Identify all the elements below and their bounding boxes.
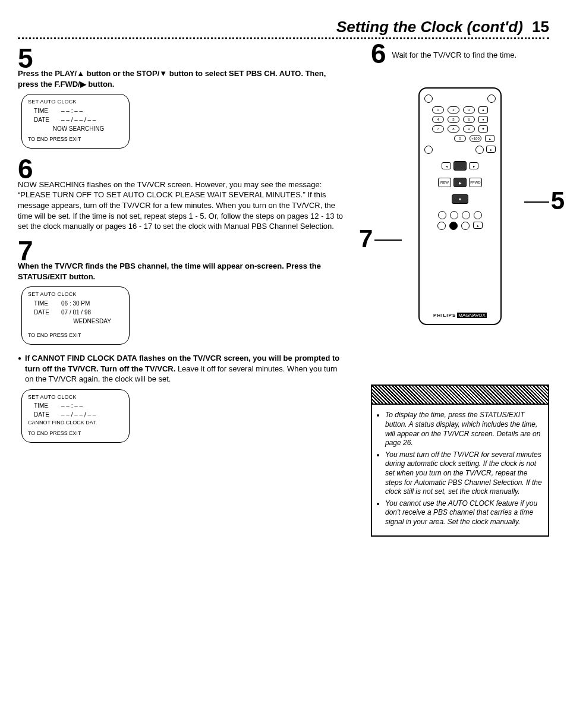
tip-item: To display the time, press the STATUS/EX… bbox=[385, 411, 542, 447]
fn1-icon bbox=[438, 211, 446, 219]
step-5-body: Press the PLAY/▲ button or the STOP/▼ bu… bbox=[18, 68, 347, 89]
osd1-footer: TO END PRESS EXIT bbox=[28, 135, 123, 144]
ch-down-icon: ▼ bbox=[478, 125, 488, 133]
ch-up-icon: ▲ bbox=[478, 106, 488, 114]
callout-7: 7 bbox=[359, 226, 373, 251]
osd-searching: SET AUTO CLOCK TIME– – : – – DATE– – / –… bbox=[21, 94, 130, 149]
osd1-time-label: TIME bbox=[34, 106, 53, 115]
osd1-date-label: DATE bbox=[34, 115, 53, 124]
fn7-icon bbox=[461, 222, 470, 230]
osd1-time-val: – – : – – bbox=[61, 106, 83, 115]
eject-icon bbox=[487, 94, 496, 103]
ffwd-right-icon: ▸ bbox=[469, 162, 478, 169]
num-1-button: 1 bbox=[432, 106, 444, 114]
osd3-status: CANNOT FIND CLOCK DAT. bbox=[28, 419, 123, 427]
rew-button: REW bbox=[438, 178, 451, 187]
osd2-date-val: 07 / 01 / 98 bbox=[61, 308, 91, 317]
speed-icon bbox=[424, 146, 433, 154]
fn2-icon bbox=[450, 211, 458, 219]
osd3-date-label: DATE bbox=[34, 410, 53, 419]
osd2-time-val: 06 : 30 PM bbox=[61, 299, 90, 308]
ch-mid-icon: ● bbox=[478, 116, 488, 123]
callout-5: 5 bbox=[551, 188, 565, 213]
callout-7-line bbox=[374, 239, 402, 241]
plus-100-button: +100 bbox=[470, 135, 481, 142]
step-7-body: When the TV/VCR finds the PBS channel, t… bbox=[18, 261, 347, 282]
cannot-find-para: If CANNOT FIND CLOCK DATA flashes on the… bbox=[18, 353, 347, 385]
page-header: Setting the Clock (cont'd) 15 bbox=[18, 18, 549, 39]
stop-button: ■ bbox=[452, 194, 468, 204]
tips-box: To display the time, press the STATUS/EX… bbox=[371, 385, 549, 536]
tips-list: To display the time, press the STATUS/EX… bbox=[372, 405, 548, 535]
tips-header bbox=[372, 386, 548, 405]
power-icon bbox=[424, 94, 433, 103]
fn4-icon bbox=[474, 211, 482, 219]
status-exit-button bbox=[449, 222, 458, 230]
osd2-time-label: TIME bbox=[34, 299, 53, 308]
step-5-bold: Press the PLAY/▲ button or the STOP/▼ bu… bbox=[18, 69, 326, 89]
num-9-button: 9 bbox=[463, 125, 475, 133]
step-6-body: NOW SEARCHING flashes on the TV/VCR scre… bbox=[18, 179, 347, 232]
osd1-title: SET AUTO CLOCK bbox=[28, 98, 123, 106]
osd3-title: SET AUTO CLOCK bbox=[28, 393, 123, 402]
fn8-icon: ▸ bbox=[473, 222, 483, 229]
vol-icon: ▸ bbox=[485, 135, 494, 142]
osd2-date-label: DATE bbox=[34, 308, 53, 317]
osd3-date-val: – – / – – / – – bbox=[61, 410, 96, 419]
step-7-bold: When the TV/VCR finds the PBS channel, t… bbox=[18, 261, 321, 281]
num-0-button: 0 bbox=[454, 135, 466, 142]
num-7-button: 7 bbox=[432, 125, 444, 133]
step-5-number: 5 bbox=[18, 46, 347, 71]
osd1-date-val: – – / – – / – – bbox=[61, 115, 96, 124]
record-button bbox=[453, 161, 467, 171]
remote-body: 123▲ 456● 789▼ 0+100▸ ▸ ◂ ▸ REW ▶ FFWD ■ bbox=[418, 87, 502, 325]
osd3-time-label: TIME bbox=[34, 401, 53, 410]
ffwd-button: FFWD bbox=[469, 178, 482, 187]
osd-time-set: SET AUTO CLOCK TIME06 : 30 PM DATE07 / 0… bbox=[21, 286, 130, 345]
fn5-icon bbox=[437, 222, 446, 230]
tip-item: You cannot use the AUTO CLOCK feature if… bbox=[385, 499, 542, 527]
mute-icon bbox=[475, 146, 484, 154]
osd3-time-val: – – : – – bbox=[61, 401, 83, 410]
num-2-button: 2 bbox=[448, 106, 459, 114]
play-button: ▶ bbox=[453, 178, 467, 187]
remote-brand: PHILIPSMAGNAVOX bbox=[433, 313, 487, 318]
brand-philips: PHILIPS bbox=[433, 313, 456, 318]
osd3-footer: TO END PRESS EXIT bbox=[28, 430, 123, 438]
num-4-button: 4 bbox=[432, 116, 444, 123]
num-8-button: 8 bbox=[448, 125, 459, 133]
num-3-button: 3 bbox=[463, 106, 475, 114]
page-number: 15 bbox=[532, 18, 549, 36]
osd2-title: SET AUTO CLOCK bbox=[28, 291, 123, 299]
osd2-footer: TO END PRESS EXIT bbox=[28, 332, 123, 340]
vol2-icon: ▸ bbox=[486, 146, 496, 153]
step-6-number: 6 bbox=[18, 157, 347, 181]
page-title-text: Setting the Clock (cont'd) bbox=[336, 18, 523, 36]
osd1-status: NOW SEARCHING bbox=[34, 124, 123, 133]
osd2-weekday: WEDNESDAY bbox=[61, 317, 123, 326]
remote-illustration: 123▲ 456● 789▼ 0+100▸ ▸ ◂ ▸ REW ▶ FFWD ■ bbox=[371, 87, 549, 325]
tip-item: You must turn off the TV/VCR for several… bbox=[385, 450, 542, 497]
step-7-number: 7 bbox=[18, 239, 347, 263]
fn3-icon bbox=[462, 211, 470, 219]
rew-left-icon: ◂ bbox=[442, 162, 451, 169]
right-step-6-number: 6 bbox=[371, 42, 386, 66]
num-6-button: 6 bbox=[463, 116, 475, 123]
brand-magnavox: MAGNAVOX bbox=[457, 313, 487, 318]
right-step-6: 6 Wait for the TV/VCR to find the time. bbox=[371, 46, 549, 64]
osd-cannot-find: SET AUTO CLOCK TIME– – : – – DATE– – / –… bbox=[21, 389, 130, 443]
callout-5-line bbox=[524, 201, 549, 203]
right-step-6-text: Wait for the TV/VCR to find the time. bbox=[392, 50, 517, 61]
num-5-button: 5 bbox=[448, 116, 459, 123]
